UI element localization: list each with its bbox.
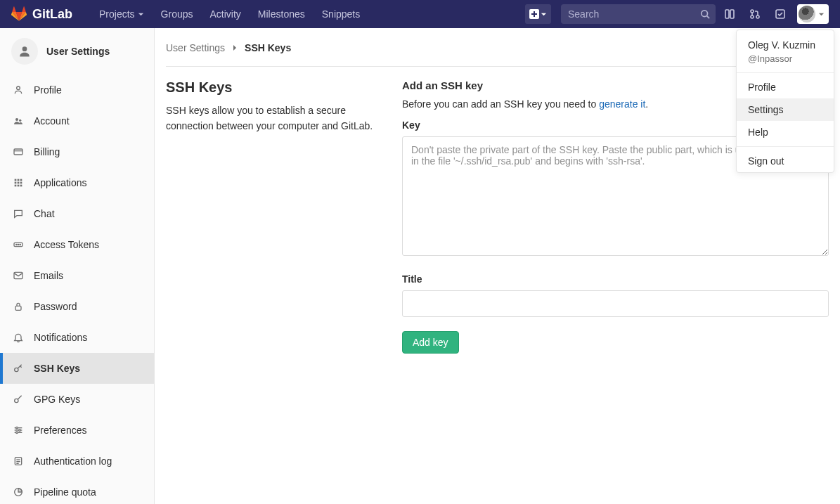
chevron-down-icon — [138, 11, 144, 18]
sidebar-item-billing[interactable]: Billing — [0, 136, 154, 167]
svg-point-11 — [15, 118, 18, 121]
billing-icon — [13, 146, 24, 157]
user-handle: @Inpassor — [748, 53, 822, 65]
sidebar-item-preferences[interactable]: Preferences — [0, 415, 154, 446]
svg-rect-13 — [14, 149, 22, 155]
sidebar-item-access-tokens[interactable]: Access Tokens — [0, 229, 154, 260]
profile-icon — [13, 84, 24, 96]
emails-icon — [13, 270, 24, 281]
sidebar-item-chat[interactable]: Chat — [0, 198, 154, 229]
generate-link[interactable]: generate it — [599, 98, 645, 110]
quota-icon — [13, 486, 24, 498]
settings-sidebar: User Settings Profile Account Billing Ap… — [0, 28, 155, 504]
sidebar-item-label: Profile — [34, 84, 62, 96]
issues-button[interactable] — [718, 3, 741, 25]
svg-point-12 — [19, 119, 21, 122]
svg-point-35 — [16, 427, 18, 429]
title-label: Title — [402, 273, 829, 285]
notifications-icon — [13, 332, 24, 343]
password-icon — [13, 301, 24, 312]
sidebar-item-notifications[interactable]: Notifications — [0, 322, 154, 353]
search-box[interactable] — [561, 4, 716, 24]
sidebar-item-label: Applications — [34, 177, 87, 188]
svg-rect-22 — [18, 185, 20, 187]
sidebar-item-pipeline-quota[interactable]: Pipeline quota — [0, 477, 154, 504]
sidebar-item-applications[interactable]: Applications — [0, 167, 154, 198]
gitlab-logo-icon — [11, 6, 27, 22]
sidebar-item-label: GPG Keys — [34, 394, 80, 405]
svg-rect-4 — [730, 10, 734, 18]
merge-requests-button[interactable] — [744, 3, 766, 25]
sidebar-item-label: Notifications — [34, 332, 87, 343]
new-dropdown-button[interactable] — [525, 4, 551, 24]
svg-point-30 — [15, 368, 18, 371]
menu-sign-out[interactable]: Sign out — [737, 150, 834, 172]
nav-milestones[interactable]: Milestones — [251, 6, 312, 22]
sidebar-item-auth-log[interactable]: Authentication log — [0, 446, 154, 477]
menu-settings[interactable]: Settings — [737, 98, 834, 121]
sidebar-item-password[interactable]: Password — [0, 291, 154, 322]
sidebar-item-profile[interactable]: Profile — [0, 75, 154, 105]
chevron-down-icon — [818, 11, 825, 18]
svg-rect-19 — [18, 182, 20, 184]
svg-point-26 — [18, 244, 18, 245]
authlog-icon — [13, 455, 24, 467]
todos-button[interactable] — [769, 3, 791, 25]
search-input[interactable] — [567, 8, 700, 20]
sidebar-item-label: Chat — [34, 208, 55, 219]
sidebar-item-account[interactable]: Account — [0, 105, 154, 136]
user-full-name: Oleg V. Kuzmin — [748, 39, 822, 53]
sidebar-item-ssh-keys[interactable]: SSH Keys — [0, 353, 154, 384]
top-navbar: GitLab Projects Groups Activity Mileston… — [0, 0, 840, 28]
ssh-icon — [13, 363, 24, 374]
add-key-button[interactable]: Add key — [402, 331, 459, 354]
user-avatar-button[interactable] — [797, 4, 829, 24]
page-title: SSH Keys — [166, 79, 388, 96]
user-dropdown: Oleg V. Kuzmin @Inpassor Profile Setting… — [736, 30, 834, 173]
chevron-right-icon — [232, 44, 238, 51]
sidebar-item-label: Billing — [34, 146, 60, 157]
divider — [737, 72, 834, 73]
svg-point-27 — [20, 244, 20, 245]
sidebar-item-label: Preferences — [34, 425, 86, 436]
title-input[interactable] — [402, 290, 829, 317]
breadcrumb: User Settings SSH Keys — [166, 28, 829, 67]
nav-snippets[interactable]: Snippets — [315, 6, 367, 22]
nav-groups[interactable]: Groups — [154, 6, 200, 22]
sidebar-item-emails[interactable]: Emails — [0, 260, 154, 291]
svg-rect-15 — [15, 179, 17, 181]
svg-point-10 — [17, 86, 20, 90]
divider — [737, 146, 834, 147]
help-after: . — [645, 98, 648, 110]
sidebar-context[interactable]: User Settings — [0, 28, 154, 75]
plus-icon — [529, 9, 539, 19]
svg-point-7 — [756, 15, 759, 18]
gpg-icon — [13, 394, 24, 405]
svg-rect-3 — [725, 10, 729, 18]
svg-point-25 — [16, 244, 17, 245]
nav-projects[interactable]: Projects — [92, 6, 151, 22]
sidebar-item-label: Authentication log — [34, 455, 112, 467]
chat-icon — [13, 208, 24, 219]
apps-icon — [13, 177, 24, 188]
svg-rect-17 — [20, 179, 22, 181]
sidebar-item-gpg-keys[interactable]: GPG Keys — [0, 384, 154, 415]
search-icon — [700, 9, 710, 19]
account-icon — [13, 115, 24, 127]
user-dropdown-header: Oleg V. Kuzmin @Inpassor — [737, 30, 834, 70]
sidebar-item-label: Access Tokens — [34, 239, 99, 250]
page-description: SSH keys allow you to establish a secure… — [166, 103, 388, 134]
breadcrumb-root[interactable]: User Settings — [166, 42, 225, 53]
menu-help[interactable]: Help — [737, 121, 834, 143]
breadcrumb-current: SSH Keys — [245, 42, 291, 53]
brand[interactable]: GitLab — [11, 6, 72, 22]
nav-activity[interactable]: Activity — [203, 6, 248, 22]
sidebar-item-label: SSH Keys — [34, 363, 80, 374]
svg-rect-16 — [18, 179, 20, 181]
sidebar-context-title: User Settings — [46, 46, 110, 57]
svg-point-36 — [19, 429, 21, 432]
svg-rect-29 — [15, 306, 21, 310]
sidebar-item-label: Emails — [34, 270, 63, 281]
sidebar-item-label: Account — [34, 115, 70, 127]
menu-profile[interactable]: Profile — [737, 76, 834, 98]
